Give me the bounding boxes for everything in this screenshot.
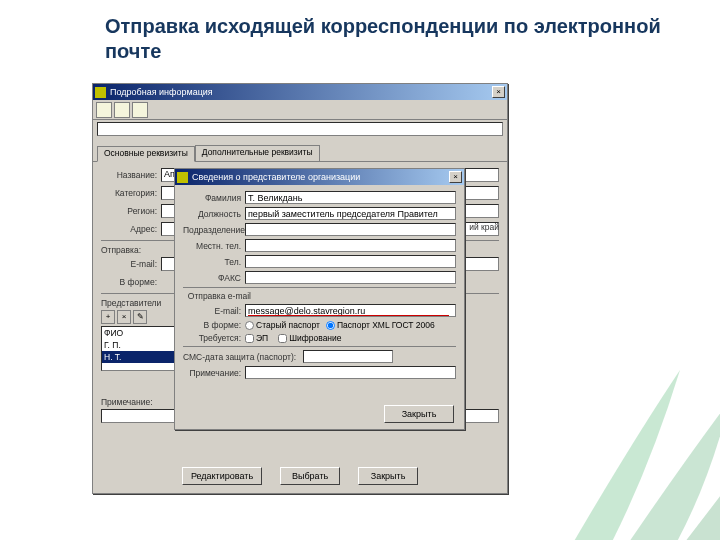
close-button-child[interactable]: Закрыть [384, 405, 454, 423]
decoration-leaves [500, 340, 720, 540]
toolbar-button[interactable] [132, 102, 148, 118]
label-vforme: В форме: [101, 277, 157, 287]
list-edit-button[interactable]: ✎ [133, 310, 147, 324]
close-icon[interactable]: × [492, 86, 505, 98]
list-add-button[interactable]: + [101, 310, 115, 324]
check-ep[interactable]: ЭП [245, 333, 268, 343]
radio-label: Старый паспорт [256, 320, 320, 330]
field-familia[interactable]: Т. Великдань [245, 191, 456, 204]
toolbar-button[interactable] [96, 102, 112, 118]
label-adres: Адрес: [101, 224, 157, 234]
field-email-child[interactable]: message@delo.stavregion.ru [245, 304, 456, 317]
field-tel[interactable] [245, 255, 456, 268]
field-primech-child[interactable] [245, 366, 456, 379]
label-nazvanie: Название: [101, 170, 157, 180]
vybrat-button[interactable]: Выбрать [280, 467, 340, 485]
tab-main-props[interactable]: Основные реквизиты [97, 146, 195, 162]
field-fax[interactable] [245, 271, 456, 284]
label-trebuetsya: Требуется: [183, 333, 245, 343]
check-shifr[interactable]: Шифрование [278, 333, 341, 343]
field-dolzhnost[interactable]: первый заместитель председателя Правител [245, 207, 456, 220]
radio-xml-passport[interactable]: Паспорт XML ГОСТ 2006 [326, 320, 435, 330]
field-podrazd[interactable] [245, 223, 456, 236]
tab-strip: Основные реквизиты Дополнительные реквиз… [93, 144, 507, 162]
slide-title: Отправка исходящей корреспонденции по эл… [105, 14, 720, 64]
toolbar-button[interactable] [114, 102, 130, 118]
address-input[interactable] [97, 122, 503, 136]
window-title: Подробная информация [110, 87, 491, 97]
label-familia: Фамилия [183, 193, 245, 203]
dialog-buttons: Редактировать Выбрать Закрыть [93, 467, 507, 487]
close-icon[interactable]: × [449, 171, 462, 183]
tab-extra-props[interactable]: Дополнительные реквизиты [195, 145, 320, 161]
window-icon [95, 87, 106, 98]
group-otpravka-email: Отправка e-mail [183, 291, 255, 301]
titlebar-main: Подробная информация × [93, 84, 507, 100]
window-representative: Сведения о представителе организации × Ф… [174, 168, 465, 430]
check-label: Шифрование [289, 333, 341, 343]
predstaviteli-list[interactable]: ФИО Г. П. Н. Т. [101, 326, 183, 371]
label-region: Регион: [101, 206, 157, 216]
radio-label: Паспорт XML ГОСТ 2006 [337, 320, 435, 330]
radio-old-passport[interactable]: Старый паспорт [245, 320, 320, 330]
list-del-button[interactable]: × [117, 310, 131, 324]
field-mesttel[interactable] [245, 239, 456, 252]
label-vforme-child: В форме: [183, 320, 245, 330]
label-email: E-mail: [183, 306, 245, 316]
edit-button[interactable]: Редактировать [182, 467, 262, 485]
label-kategoria: Категория: [101, 188, 157, 198]
field-smsdata[interactable] [303, 350, 393, 363]
list-item[interactable]: Н. Т. [102, 351, 182, 363]
close-button[interactable]: Закрыть [358, 467, 418, 485]
form-body-child: ФамилияТ. Великдань Должностьпервый заме… [175, 185, 464, 429]
label-email: E-mail: [101, 259, 157, 269]
check-label: ЭП [256, 333, 268, 343]
region-suffix-label: ий край [469, 222, 499, 232]
label-primech-child: Примечание: [183, 368, 245, 378]
label-tel: Тел. [183, 257, 245, 267]
list-item[interactable]: Г. П. [102, 339, 182, 351]
window-icon [177, 172, 188, 183]
label-dolzhnost: Должность [183, 209, 245, 219]
label-fax: ФАКС [183, 273, 245, 283]
label-smsdata: СМС-дата защита (паспорт): [183, 352, 303, 362]
toolbar-main [93, 100, 507, 120]
titlebar-child: Сведения о представителе организации × [175, 169, 464, 185]
label-mesttel: Местн. тел. [183, 241, 245, 251]
address-row [93, 120, 507, 138]
label-podrazd: Подразделение [183, 225, 245, 235]
list-item[interactable]: ФИО [102, 327, 182, 339]
window-title-child: Сведения о представителе организации [192, 172, 448, 182]
